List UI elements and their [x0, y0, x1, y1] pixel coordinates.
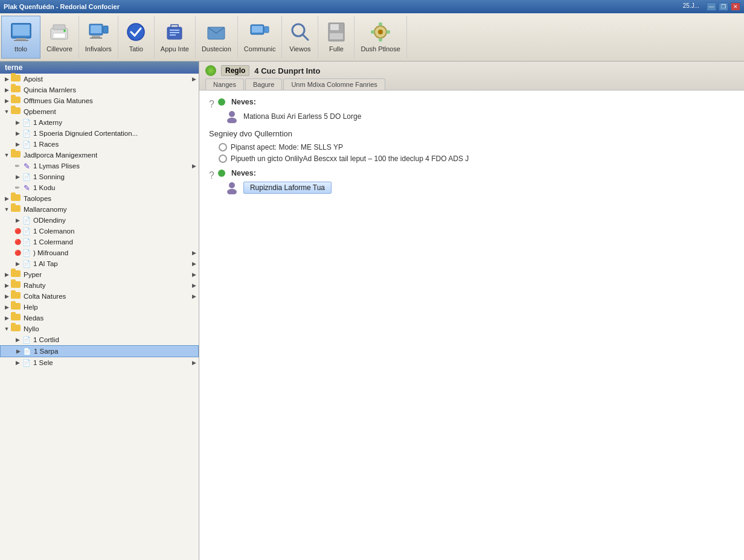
svg-point-31	[379, 22, 382, 26]
sidebar-item-taolopes[interactable]: ▶ Taolopes	[0, 193, 199, 204]
svg-line-23	[303, 34, 308, 40]
svg-rect-15	[170, 30, 179, 31]
expand-arrow-nedas: ▶	[2, 314, 11, 322]
neves2-subsection: Rupizndia Laforme Tua	[225, 181, 332, 194]
submenu-arrow-rahuty: ▶	[192, 282, 196, 288]
svg-point-34	[227, 118, 237, 123]
toolbar-item-appu-inte[interactable]: Appu Inte	[155, 16, 196, 59]
sidebar-item-colta-natures[interactable]: ▶ Colta Natures ▶	[0, 291, 199, 302]
tab-nanges[interactable]: Nanges	[205, 78, 244, 90]
toolbar-item-tool[interactable]: ttolo	[1, 16, 40, 59]
svg-point-28	[378, 30, 383, 34]
neves1-label: Neves:	[231, 98, 256, 106]
submenu-arrow-lymas: ▶	[192, 163, 196, 169]
tab-unmdixa[interactable]: Unm Mdixa Colomne Fanries	[283, 78, 385, 90]
sidebar-label-nedas: Nedas	[24, 314, 196, 322]
svg-rect-2	[16, 38, 26, 40]
sidebar-label-colta-natures: Colta Natures	[24, 293, 192, 300]
expand-arrow-races: ▶	[13, 140, 22, 148]
sidebar-item-nedas[interactable]: ▶ Nedas	[0, 313, 199, 323]
radio-circle-pipueth	[219, 154, 227, 163]
icon-axterny: 📄	[22, 118, 31, 127]
radio-label-pipueth: Pipueth un gicto OnlilyAd Bescxx tail le…	[231, 154, 469, 163]
neves2-label: Neves:	[231, 169, 256, 177]
sidebar-label-sarpa: 1 Sarpa	[34, 348, 196, 355]
sidebar-item-jadlporca[interactable]: ▼ Jadlporca Manigexment	[0, 150, 199, 161]
sidebar-item-kodu[interactable]: ✏ ✎ 1 Kodu	[0, 182, 199, 193]
icon-sele: 📄	[22, 358, 31, 367]
sidebar-item-offtmues[interactable]: ▶ Offtmues Gia Matunes	[0, 95, 199, 106]
svg-rect-12	[90, 37, 102, 39]
segniey-label: Segniey dvo Qullerntion	[209, 129, 734, 138]
toolbar-item-fulle[interactable]: Fulle	[318, 16, 354, 59]
rupizndia-button[interactable]: Rupizndia Laforme Tua	[243, 182, 332, 194]
icon-colermand: 📄	[22, 238, 31, 246]
neves2-section: ? Neves: Rupizndia Laforme Tua	[209, 169, 734, 194]
close-button[interactable]: ✕	[731, 2, 740, 11]
sidebar-label-cortlid: 1 Cortlid	[33, 336, 196, 343]
expand-arrow-pyper: ▶	[2, 270, 11, 279]
neves1-section: ? Neves: Mationa Buxi Ari Earless 5 DO L…	[209, 98, 734, 123]
sidebar-item-rahuty[interactable]: ▶ Rahuty ▶	[0, 280, 199, 291]
sidebar-item-mallarcanomy[interactable]: ▼ Mallarcanomy	[0, 204, 199, 215]
minimize-button[interactable]: —	[707, 2, 716, 11]
submenu-arrow-apoist: ▶	[192, 76, 196, 82]
icon-sarpa: 📄	[22, 347, 32, 355]
expand-arrow-help: ▶	[2, 303, 11, 311]
sidebar-item-axterny[interactable]: ▶ 📄 1 Axterny	[0, 117, 199, 128]
toolbar-item-tatio[interactable]: Tatio	[118, 16, 155, 59]
sidebar-label-sele: 1 Sele	[33, 359, 192, 366]
svg-rect-5	[53, 25, 65, 30]
sidebar-item-help[interactable]: ▶ Help	[0, 302, 199, 313]
svg-point-32	[379, 38, 382, 42]
sidebar-item-quincia[interactable]: ▶ Quincia Marnlers	[0, 84, 199, 95]
toolbar-item-cillevore[interactable]: Cillevore	[40, 16, 79, 59]
sidebar-item-lymas[interactable]: ✏ ✎ 1 Lymas Plises ▶	[0, 161, 199, 171]
sidebar-label-odlendiny: ODlendiny	[33, 217, 196, 224]
icon-odlendiny: 📄	[22, 216, 31, 224]
neves1-content: Neves: Mationa Buxi Ari Earless 5 DO Lor…	[218, 98, 361, 123]
sidebar-item-qpbement[interactable]: ▼ Qpbement	[0, 106, 199, 117]
sidebar-label-quincia: Quincia Marnlers	[24, 86, 196, 94]
cillevore-icon	[48, 21, 70, 43]
toolbar-item-viewos[interactable]: Viewos	[282, 16, 318, 59]
viewos-icon	[289, 21, 311, 43]
sidebar-item-spoeria[interactable]: ▶ 📄 1 Spoeria Dignuied Cortentation...	[0, 128, 199, 139]
sidebar-item-mifrouand[interactable]: 🔴 📄 ) Mifrouand ▶	[0, 247, 199, 258]
sidebar-item-apoist[interactable]: ▶ Apoist ▶	[0, 74, 199, 84]
sidebar-item-pyper[interactable]: ▶ Pyper ▶	[0, 269, 199, 280]
toolbar-label-viewos: Viewos	[289, 45, 310, 53]
radio-item-pipueth[interactable]: Pipueth un gicto OnlilyAd Bescxx tail le…	[219, 154, 734, 163]
sidebar-item-al-tap[interactable]: ▶ 📄 1 Al Tap ▶	[0, 258, 199, 269]
sidebar-item-colemanon[interactable]: 🔴 📄 1 Colemanon	[0, 226, 199, 237]
neves1-text: Mationa Buxi Ari Earless 5 DO Lorge	[243, 112, 361, 121]
sidebar-item-nyllo[interactable]: ▼ Nyllo	[0, 323, 199, 334]
toolbar-label-dustecion: Dustecion	[202, 45, 231, 53]
svg-rect-9	[91, 25, 101, 33]
sidebar-item-odlendiny[interactable]: ▶ 📄 ODlendiny	[0, 215, 199, 226]
toolbar-item-communic[interactable]: Communic	[238, 16, 283, 59]
radio-item-pipanst[interactable]: Pipanst apect: Mode: ME SLLS YP	[219, 143, 734, 151]
sidebar-label-spoeria: 1 Spoeria Dignuied Cortentation...	[33, 130, 196, 137]
sidebar-item-races[interactable]: ▶ 📄 1 Races	[0, 139, 199, 150]
sidebar-label-help: Help	[24, 304, 196, 311]
toolbar-label-tool: ttolo	[14, 45, 27, 53]
submenu-arrow-mifrouand: ▶	[192, 250, 196, 256]
folder-icon-nyllo	[11, 325, 22, 333]
neves1-label-row: Neves:	[218, 98, 361, 106]
toolbar-item-infivalors[interactable]: Infivalors	[79, 16, 118, 59]
expand-arrow-kodu: ✏	[13, 183, 22, 192]
sidebar-item-sarpa[interactable]: ▶ 📄 1 Sarpa	[0, 345, 199, 357]
sidebar-item-sele[interactable]: ▶ 📄 1 Sele ▶	[0, 357, 199, 368]
toolbar-item-dush-ptlnose[interactable]: Dush Ptlnose	[354, 16, 406, 59]
folder-icon-quincia	[11, 86, 22, 94]
toolbar-item-dustecion[interactable]: Dustecion	[196, 16, 238, 59]
maximize-button[interactable]: ❐	[719, 2, 728, 11]
sidebar-item-cortlid[interactable]: ▶ 📄 1 Cortlid	[0, 334, 199, 345]
expand-arrow-sele: ▶	[13, 358, 22, 367]
tab-bagure[interactable]: Bagure	[245, 78, 282, 90]
icon-colemanon: 📄	[22, 227, 31, 235]
sidebar-label-sonning: 1 Sonning	[33, 173, 196, 180]
sidebar-item-colermand[interactable]: 🔴 📄 1 Colermand	[0, 237, 199, 247]
sidebar-item-sonning[interactable]: ▶ 📄 1 Sonning	[0, 171, 199, 182]
